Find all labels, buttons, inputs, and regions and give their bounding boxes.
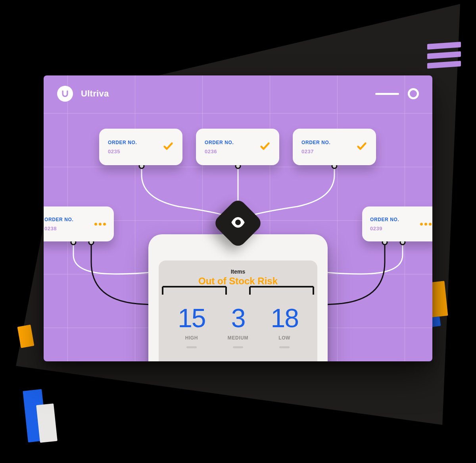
order-number: 0236 — [205, 149, 234, 154]
stock-risk-panel: Items Out of Stock Risk 15 HIGH 3 MEDIUM… — [148, 234, 328, 361]
check-icon — [163, 141, 174, 153]
metric-underline — [279, 346, 290, 348]
risk-label: Out of Stock Risk — [167, 276, 309, 287]
order-card[interactable]: ORDER NO. 0235 — [99, 129, 182, 165]
metric-category: HIGH — [178, 335, 205, 341]
titlebar: Ultriva — [44, 75, 432, 112]
order-label: ORDER NO. — [301, 140, 330, 145]
metric-underline — [233, 346, 243, 348]
metric-low[interactable]: 18 LOW — [271, 305, 298, 348]
check-icon — [356, 141, 367, 153]
eye-icon — [230, 214, 246, 232]
order-number: 0237 — [301, 149, 330, 154]
window-close-button[interactable] — [408, 88, 419, 99]
metric-category: LOW — [271, 335, 298, 341]
order-number: 0238 — [44, 226, 73, 232]
accent-bars-icon — [427, 42, 461, 69]
pending-icon — [94, 223, 106, 226]
items-label: Items — [167, 268, 309, 275]
pending-icon — [420, 223, 432, 226]
order-card[interactable]: ORDER NO. 0236 — [196, 129, 279, 165]
order-label: ORDER NO. — [370, 217, 399, 222]
order-card[interactable]: ORDER NO. 0238 — [44, 206, 114, 241]
order-label: ORDER NO. — [205, 140, 234, 145]
brand-logo-icon — [57, 86, 73, 102]
decor-chip — [36, 403, 58, 443]
metric-category: MEDIUM — [228, 335, 248, 341]
metric-value: 3 — [228, 305, 248, 331]
metric-value: 15 — [178, 305, 205, 331]
metric-value: 18 — [271, 305, 298, 331]
app-window: Ultriva — [44, 75, 432, 361]
order-card[interactable]: ORDER NO. 0239 — [362, 206, 432, 241]
order-label: ORDER NO. — [44, 217, 73, 222]
order-label: ORDER NO. — [108, 140, 137, 145]
window-minimize-button[interactable] — [375, 93, 399, 95]
order-card[interactable]: ORDER NO. 0237 — [293, 129, 376, 165]
check-icon — [259, 141, 271, 153]
order-number: 0235 — [108, 149, 137, 154]
svg-point-7 — [235, 220, 241, 225]
brand-name: Ultriva — [81, 89, 109, 99]
metric-underline — [186, 346, 197, 348]
metric-high[interactable]: 15 HIGH — [178, 305, 205, 348]
metric-medium[interactable]: 3 MEDIUM — [228, 305, 248, 348]
order-number: 0239 — [370, 226, 399, 232]
